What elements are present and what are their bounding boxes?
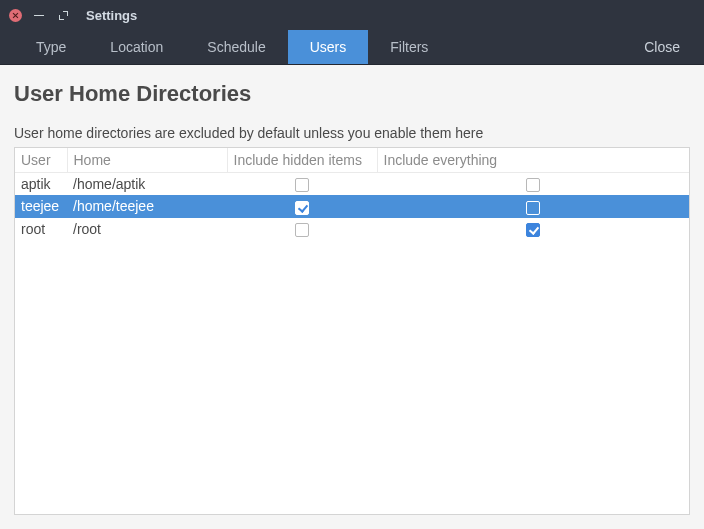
tab-location[interactable]: Location [88, 30, 185, 64]
content: User Home Directories User home director… [0, 65, 704, 529]
checkbox-include-hidden[interactable] [295, 178, 309, 192]
titlebar: Settings [0, 0, 704, 30]
maximize-icon [59, 11, 68, 20]
close-icon [9, 9, 22, 22]
tab-users[interactable]: Users [288, 30, 369, 64]
tabgroup: Type Location Schedule Users Filters [14, 30, 450, 64]
toolbar: Type Location Schedule Users Filters Clo… [0, 30, 704, 65]
checkbox-include-hidden[interactable] [295, 223, 309, 237]
users-table: User Home Include hidden items Include e… [15, 148, 689, 240]
cell-user: teejee [15, 195, 67, 217]
users-table-wrap: User Home Include hidden items Include e… [14, 147, 690, 515]
header-user[interactable]: User [15, 148, 67, 173]
checkbox-include-everything[interactable] [526, 201, 540, 215]
checkbox-include-everything[interactable] [526, 178, 540, 192]
window-title: Settings [86, 8, 137, 23]
table-row[interactable]: teejee /home/teejee [15, 195, 689, 217]
table-row[interactable]: root /root [15, 218, 689, 240]
checkbox-include-everything[interactable] [526, 223, 540, 237]
cell-home: /root [67, 218, 227, 240]
tab-type[interactable]: Type [14, 30, 88, 64]
header-include-everything[interactable]: Include everything [377, 148, 689, 173]
page-description: User home directories are excluded by de… [14, 125, 690, 141]
cell-home: /home/aptik [67, 173, 227, 196]
page-title: User Home Directories [14, 81, 690, 107]
window-minimize-button[interactable] [32, 8, 46, 22]
cell-user: aptik [15, 173, 67, 196]
tab-filters[interactable]: Filters [368, 30, 450, 64]
window-maximize-button[interactable] [56, 8, 70, 22]
window-close-button[interactable] [8, 8, 22, 22]
header-home[interactable]: Home [67, 148, 227, 173]
header-include-hidden[interactable]: Include hidden items [227, 148, 377, 173]
tab-schedule[interactable]: Schedule [185, 30, 287, 64]
minimize-icon [34, 14, 44, 16]
checkbox-include-hidden[interactable] [295, 201, 309, 215]
close-button[interactable]: Close [620, 30, 704, 64]
cell-home: /home/teejee [67, 195, 227, 217]
table-header-row: User Home Include hidden items Include e… [15, 148, 689, 173]
cell-user: root [15, 218, 67, 240]
table-row[interactable]: aptik /home/aptik [15, 173, 689, 196]
